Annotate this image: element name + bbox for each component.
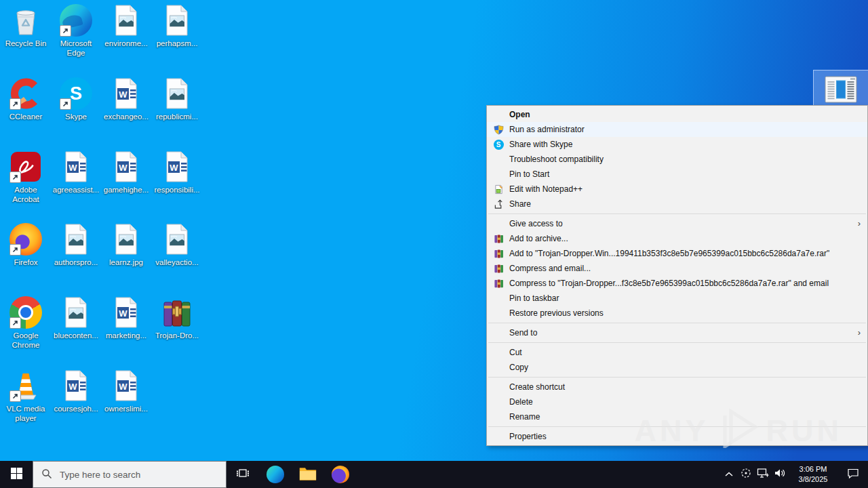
svg-text:W: W	[119, 89, 127, 100]
menu-item-properties[interactable]: Properties	[487, 429, 867, 444]
shortcut-arrow-icon	[9, 244, 21, 256]
desktop-icon-valleyactio[interactable]: valleyactio...	[152, 223, 202, 267]
menu-item-share-with-skype[interactable]: SShare with Skype	[487, 137, 867, 152]
taskbar-button-firefox[interactable]	[324, 461, 357, 488]
menu-item-open[interactable]: Open	[487, 107, 867, 122]
word-doc-icon: W	[110, 77, 142, 110]
desktop-icon-republicmi[interactable]: republicmi...	[152, 77, 202, 121]
desktop-icon-environme[interactable]: environme...	[101, 4, 151, 48]
tray-network[interactable]	[754, 461, 771, 488]
desktop-icon-perhapsm[interactable]: perhapsm...	[152, 4, 202, 48]
word-doc-icon: W	[110, 150, 142, 183]
uac-shield-icon	[493, 124, 504, 135]
menu-item-rename[interactable]: Rename	[487, 409, 867, 424]
desktop-icon-label: Google Chrome	[1, 331, 51, 350]
menu-item-restore-previous-versions[interactable]: Restore previous versions	[487, 306, 867, 321]
desktop-icon-blueconten[interactable]: blueconten...	[51, 296, 101, 340]
desktop-icon-agreeassist[interactable]: Wagreeassist...	[51, 150, 101, 195]
desktop-icon-firefox[interactable]: Firefox	[1, 223, 51, 267]
menu-item-add-to-trojan-dropper-win-199411b3[interactable]: Add to "Trojan-Dropper.Win...199411b353f…	[487, 246, 867, 261]
winrar-archive-icon	[161, 296, 193, 329]
image-file-icon	[110, 223, 142, 256]
menu-item-create-shortcut[interactable]: Create shortcut	[487, 380, 867, 394]
menu-item-run-as-administrator[interactable]: Run as administrator	[487, 122, 867, 137]
menu-item-pin-to-taskbar[interactable]: Pin to taskbar	[487, 291, 867, 306]
desktop-icon-gamehighe[interactable]: Wgamehighe...	[101, 150, 151, 195]
task-view-icon	[236, 467, 250, 482]
shortcut-arrow-icon	[60, 25, 71, 37]
desktop-icon-label: perhapsm...	[157, 39, 198, 48]
winrar-icon	[493, 233, 504, 244]
desktop-icon-learnz-jpg[interactable]: learnz.jpg	[101, 223, 151, 267]
taskbar: Type here to search 3:06 PM 3/8/2025	[0, 461, 868, 488]
acrobat-icon	[9, 150, 42, 183]
menu-item-edit-with-notepad[interactable]: Edit with Notepad++	[487, 182, 867, 197]
desktop-icon-label: agreeassist...	[53, 185, 99, 195]
start-button[interactable]	[0, 461, 33, 488]
taskbar-button-file-explorer[interactable]	[292, 461, 324, 488]
menu-item-compress-and-email[interactable]: Compress and email...	[487, 261, 867, 276]
menu-item-give-access-to[interactable]: Give access to›	[487, 216, 867, 231]
image-file-icon	[161, 223, 193, 256]
taskbar-button-edge[interactable]	[259, 461, 292, 488]
menu-item-troubleshoot-compatibility[interactable]: Troubleshoot compatibility	[487, 152, 867, 167]
winrar-icon	[493, 278, 504, 289]
action-center-button[interactable]	[838, 461, 868, 488]
menu-item-copy[interactable]: Copy	[487, 360, 867, 375]
taskbar-clock[interactable]: 3:06 PM 3/8/2025	[788, 464, 838, 485]
taskbar-buttons	[226, 461, 357, 488]
tray-chevron-up[interactable]	[720, 461, 737, 488]
desktop-icon-ownerslimi[interactable]: Wownerslimi...	[101, 369, 151, 413]
menu-item-compress-to-trojan-dropper-f3c8e5b[interactable]: Compress to "Trojan-Dropper...f3c8e5b7e9…	[487, 276, 867, 291]
menu-item-label: Pin to Start	[509, 169, 549, 179]
menu-item-share[interactable]: Share	[487, 197, 867, 211]
menu-item-pin-to-start[interactable]: Pin to Start	[487, 167, 867, 182]
menu-item-cut[interactable]: Cut	[487, 345, 867, 360]
image-file-icon	[161, 4, 193, 37]
menu-item-label: Rename	[509, 412, 540, 422]
shortcut-arrow-icon	[9, 171, 21, 183]
desktop-icon-ccleaner[interactable]: CCleaner	[1, 77, 51, 121]
search-input[interactable]: Type here to search	[33, 461, 226, 488]
image-file-icon	[60, 296, 92, 329]
desktop-icon-label: ownerslimi...	[104, 404, 148, 413]
desktop-icon-exchangeo[interactable]: Wexchangeo...	[101, 77, 151, 121]
search-icon	[41, 468, 52, 481]
desktop-icon-microsoft-edge[interactable]: Microsoft Edge	[51, 4, 101, 58]
desktop-icon-vlc-media-player[interactable]: VLC media player	[1, 369, 51, 424]
clock-time: 3:06 PM	[788, 464, 838, 474]
action-center-icon	[847, 468, 859, 482]
desktop-icon-google-chrome[interactable]: Google Chrome	[1, 296, 51, 350]
desktop-icon-authorspro[interactable]: authorspro...	[51, 223, 101, 267]
menu-item-send-to[interactable]: Send to›	[487, 325, 867, 340]
sandbox-agent-icon	[741, 468, 751, 481]
desktop-icon-marketing[interactable]: Wmarketing...	[101, 296, 151, 340]
shortcut-arrow-icon	[9, 317, 21, 329]
desktop-icon-skype[interactable]: SSkype	[51, 77, 101, 121]
share-icon	[493, 199, 504, 209]
menu-item-label: Compress to "Trojan-Dropper...f3c8e5b7e9…	[509, 279, 829, 288]
desktop-icon-trojan-dro[interactable]: Trojan-Dro...	[152, 296, 202, 340]
desktop-icon-label: gamehighe...	[104, 185, 149, 195]
shortcut-arrow-icon	[60, 98, 71, 110]
word-doc-icon: W	[161, 150, 193, 183]
image-file-icon	[161, 77, 193, 110]
menu-separator	[488, 426, 866, 427]
svg-text:W: W	[68, 382, 77, 392]
menu-item-label: Delete	[509, 397, 533, 407]
tray-sandbox-agent[interactable]	[737, 461, 754, 488]
desktop-icon-label: coursesjoh...	[54, 404, 98, 413]
taskbar-button-task-view[interactable]	[226, 461, 259, 488]
desktop-icon-recycle-bin[interactable]: Recycle Bin	[1, 4, 51, 48]
tray-volume[interactable]	[771, 461, 788, 488]
menu-item-add-to-archive[interactable]: Add to archive...	[487, 231, 867, 246]
desktop-icon-adobe-acrobat[interactable]: Adobe Acrobat	[1, 150, 51, 205]
desktop-icon-coursesjoh[interactable]: Wcoursesjoh...	[51, 369, 101, 413]
desktop-icon-label: environme...	[104, 39, 147, 48]
windows-logo-icon	[11, 468, 22, 482]
winrar-icon	[493, 263, 504, 274]
desktop-icon-responsibili[interactable]: Wresponsibili...	[152, 150, 202, 195]
context-menu: OpenRun as administratorSShare with Skyp…	[486, 105, 868, 446]
menu-separator	[488, 377, 866, 378]
menu-item-delete[interactable]: Delete	[487, 394, 867, 409]
